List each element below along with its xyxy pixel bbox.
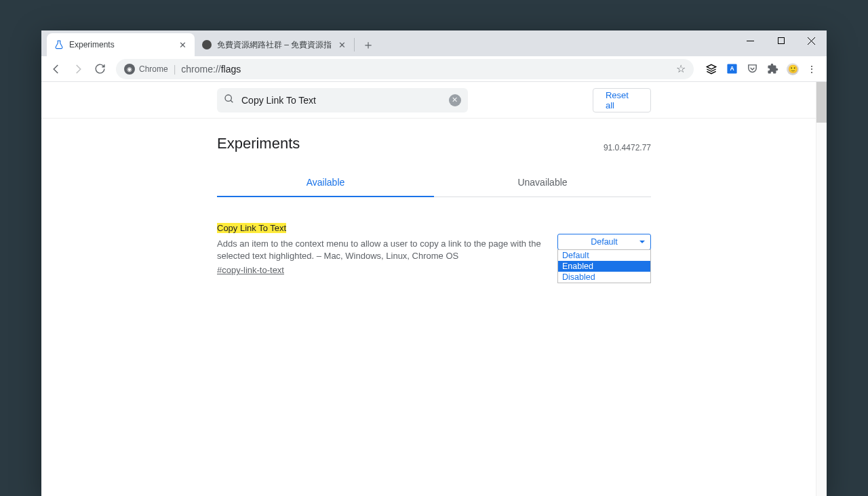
extensions-puzzle-icon[interactable] [764, 61, 781, 77]
tab-separator [354, 38, 355, 51]
flag-title: Copy Link To Text [217, 223, 286, 233]
chrome-menu-button[interactable]: ⋮ [805, 61, 821, 77]
tab-title: 免費資源網路社群 – 免費資源指 [217, 39, 332, 51]
extension-icons: A 🙂 ⋮ [701, 61, 821, 77]
tab-unavailable[interactable]: Unavailable [434, 169, 651, 197]
tab-free-resources[interactable]: 免費資源網路社群 – 免費資源指 ✕ [195, 33, 354, 56]
close-icon[interactable]: ✕ [177, 39, 188, 50]
flag-description: Adds an item to the context menu to allo… [217, 238, 547, 262]
flag-anchor-link[interactable]: #copy-link-to-text [217, 265, 284, 275]
chrome-version: 91.0.4472.77 [604, 143, 651, 152]
minimize-button[interactable] [735, 30, 766, 51]
flags-search-input[interactable]: Copy Link To Text ✕ [217, 88, 468, 112]
flags-container: Experiments 91.0.4472.77 Available Unava… [217, 135, 651, 276]
extension-pocket-icon[interactable] [744, 61, 760, 77]
svg-text:A: A [730, 65, 734, 72]
scrollbar[interactable] [816, 82, 827, 496]
tabs: Experiments ✕ 免費資源網路社群 – 免費資源指 ✕ ＋ [41, 30, 378, 56]
tab-strip: Experiments ✕ 免費資源網路社群 – 免費資源指 ✕ ＋ [41, 30, 827, 56]
svg-rect-1 [778, 38, 784, 44]
option-disabled[interactable]: Disabled [558, 272, 650, 283]
flag-info: Copy Link To Text Adds an item to the co… [217, 222, 547, 276]
window-controls [735, 30, 827, 51]
profile-avatar[interactable]: 🙂 [785, 61, 801, 77]
tab-title: Experiments [69, 40, 172, 49]
chrome-icon: ◉ [124, 64, 135, 75]
omnibox-separator: | [174, 64, 176, 75]
maximize-button[interactable] [766, 30, 796, 51]
new-tab-button[interactable]: ＋ [359, 35, 378, 54]
address-bar[interactable]: ◉ Chrome | chrome://flags ☆ [116, 59, 694, 79]
page-content: Copy Link To Text ✕ Reset all Experiment… [41, 82, 827, 496]
page-title: Experiments [217, 135, 300, 152]
close-window-button[interactable] [796, 30, 827, 51]
clear-search-icon[interactable]: ✕ [449, 94, 461, 106]
flag-row: Copy Link To Text Adds an item to the co… [217, 222, 651, 276]
close-icon[interactable]: ✕ [336, 39, 347, 50]
bookmark-star-icon[interactable]: ☆ [676, 62, 686, 75]
flags-tabs: Available Unavailable [217, 169, 651, 197]
back-button[interactable] [47, 60, 66, 79]
toolbar: ◉ Chrome | chrome://flags ☆ A 🙂 ⋮ [41, 56, 827, 82]
url: chrome://flags [181, 64, 241, 75]
reset-all-button[interactable]: Reset all [593, 88, 651, 112]
flag-dropdown: Default Enabled Disabled [557, 249, 651, 283]
flask-icon [54, 39, 64, 50]
flags-topbar: Copy Link To Text ✕ Reset all [41, 82, 827, 119]
flag-select[interactable]: Default [557, 234, 651, 250]
tab-experiments[interactable]: Experiments ✕ [47, 33, 195, 56]
site-favicon [201, 39, 212, 50]
reload-button[interactable] [90, 60, 109, 79]
extension-translate-icon[interactable]: A [724, 61, 740, 77]
search-icon [224, 94, 235, 107]
site-identity[interactable]: ◉ Chrome [124, 64, 168, 75]
scroll-thumb[interactable] [816, 82, 827, 123]
svg-line-7 [231, 100, 233, 102]
tab-available[interactable]: Available [217, 169, 434, 197]
flag-select-wrapper: Default Default Enabled Disabled [557, 234, 651, 276]
option-enabled[interactable]: Enabled [558, 261, 650, 272]
select-value: Default [591, 237, 618, 247]
site-label: Chrome [139, 64, 168, 74]
extension-buffer-icon[interactable] [703, 61, 719, 77]
svg-point-6 [225, 95, 231, 101]
browser-window: Experiments ✕ 免費資源網路社群 – 免費資源指 ✕ ＋ [41, 30, 827, 496]
option-default[interactable]: Default [558, 250, 650, 261]
forward-button[interactable] [68, 60, 87, 79]
search-value: Copy Link To Text [241, 95, 316, 106]
